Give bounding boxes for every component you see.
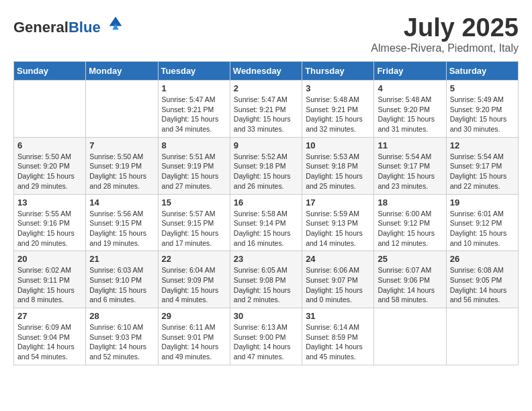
calendar-day-cell: 22Sunrise: 6:04 AMSunset: 9:09 PMDayligh… bbox=[158, 251, 230, 308]
day-info: Sunrise: 5:50 AMSunset: 9:20 PMDaylight:… bbox=[17, 152, 82, 191]
day-info: Sunrise: 5:59 AMSunset: 9:13 PMDaylight:… bbox=[306, 209, 370, 248]
day-number: 27 bbox=[17, 311, 82, 321]
location-title: Almese-Rivera, Piedmont, Italy bbox=[371, 42, 519, 54]
day-number: 29 bbox=[162, 311, 226, 321]
day-number: 12 bbox=[450, 140, 515, 150]
calendar-day-cell: 17Sunrise: 5:59 AMSunset: 9:13 PMDayligh… bbox=[302, 194, 374, 251]
day-info: Sunrise: 6:01 AMSunset: 9:12 PMDaylight:… bbox=[450, 209, 515, 248]
weekday-header: Friday bbox=[374, 62, 446, 81]
day-number: 2 bbox=[234, 83, 298, 93]
day-number: 13 bbox=[17, 197, 82, 208]
calendar-day-cell: 24Sunrise: 6:06 AMSunset: 9:07 PMDayligh… bbox=[302, 251, 374, 308]
day-number: 11 bbox=[378, 140, 442, 150]
logo-blue-text: Blue bbox=[69, 19, 101, 36]
calendar-day-cell: 25Sunrise: 6:07 AMSunset: 9:06 PMDayligh… bbox=[374, 251, 446, 308]
day-info: Sunrise: 5:54 AMSunset: 9:17 PMDaylight:… bbox=[378, 152, 442, 191]
calendar-day-cell: 4Sunrise: 5:48 AMSunset: 9:20 PMDaylight… bbox=[374, 81, 446, 138]
day-number: 9 bbox=[234, 140, 298, 150]
calendar-day-cell: 13Sunrise: 5:55 AMSunset: 9:16 PMDayligh… bbox=[14, 194, 86, 251]
calendar-week-row: 20Sunrise: 6:02 AMSunset: 9:11 PMDayligh… bbox=[14, 251, 519, 308]
day-info: Sunrise: 6:10 AMSunset: 9:03 PMDaylight:… bbox=[89, 322, 154, 362]
day-number: 31 bbox=[306, 311, 370, 321]
day-number: 25 bbox=[378, 254, 442, 264]
calendar-table: SundayMondayTuesdayWednesdayThursdayFrid… bbox=[13, 61, 519, 365]
logo-general-text: General bbox=[13, 19, 69, 36]
calendar-day-cell: 27Sunrise: 6:09 AMSunset: 9:04 PMDayligh… bbox=[14, 308, 86, 365]
title-block: July 2025 Almese-Rivera, Piedmont, Italy bbox=[371, 13, 519, 54]
day-info: Sunrise: 5:58 AMSunset: 9:14 PMDaylight:… bbox=[234, 209, 298, 248]
calendar-day-cell: 21Sunrise: 6:03 AMSunset: 9:10 PMDayligh… bbox=[86, 251, 158, 308]
calendar-week-row: 6Sunrise: 5:50 AMSunset: 9:20 PMDaylight… bbox=[14, 137, 519, 194]
calendar-day-cell bbox=[14, 81, 86, 138]
day-number: 24 bbox=[306, 254, 370, 264]
calendar-day-cell: 9Sunrise: 5:52 AMSunset: 9:18 PMDaylight… bbox=[230, 137, 302, 194]
day-info: Sunrise: 5:48 AMSunset: 9:21 PMDaylight:… bbox=[306, 95, 370, 134]
day-info: Sunrise: 5:47 AMSunset: 9:21 PMDaylight:… bbox=[162, 95, 226, 134]
day-number: 4 bbox=[378, 83, 442, 93]
day-info: Sunrise: 6:02 AMSunset: 9:11 PMDaylight:… bbox=[17, 265, 82, 305]
day-info: Sunrise: 5:53 AMSunset: 9:18 PMDaylight:… bbox=[306, 152, 370, 191]
day-info: Sunrise: 6:04 AMSunset: 9:09 PMDaylight:… bbox=[162, 265, 226, 305]
calendar-day-cell: 12Sunrise: 5:54 AMSunset: 9:17 PMDayligh… bbox=[446, 137, 518, 194]
calendar-week-row: 1Sunrise: 5:47 AMSunset: 9:21 PMDaylight… bbox=[14, 81, 519, 138]
day-number: 26 bbox=[450, 254, 515, 264]
calendar-day-cell bbox=[374, 308, 446, 365]
day-info: Sunrise: 6:00 AMSunset: 9:12 PMDaylight:… bbox=[378, 209, 442, 248]
day-number: 8 bbox=[162, 140, 226, 150]
weekday-header: Saturday bbox=[446, 62, 518, 81]
calendar-day-cell bbox=[446, 308, 518, 365]
day-info: Sunrise: 6:09 AMSunset: 9:04 PMDaylight:… bbox=[17, 322, 82, 362]
day-info: Sunrise: 6:05 AMSunset: 9:08 PMDaylight:… bbox=[234, 265, 298, 305]
day-number: 23 bbox=[234, 254, 298, 264]
day-number: 20 bbox=[17, 254, 82, 264]
day-info: Sunrise: 6:08 AMSunset: 9:05 PMDaylight:… bbox=[450, 265, 515, 305]
calendar-day-cell: 23Sunrise: 6:05 AMSunset: 9:08 PMDayligh… bbox=[230, 251, 302, 308]
day-number: 21 bbox=[89, 254, 154, 264]
calendar-day-cell: 3Sunrise: 5:48 AMSunset: 9:21 PMDaylight… bbox=[302, 81, 374, 138]
day-info: Sunrise: 5:48 AMSunset: 9:20 PMDaylight:… bbox=[378, 95, 442, 134]
calendar-day-cell: 29Sunrise: 6:11 AMSunset: 9:01 PMDayligh… bbox=[158, 308, 230, 365]
weekday-header: Monday bbox=[86, 62, 158, 81]
calendar-day-cell: 19Sunrise: 6:01 AMSunset: 9:12 PMDayligh… bbox=[446, 194, 518, 251]
day-number: 19 bbox=[450, 197, 515, 208]
day-info: Sunrise: 6:13 AMSunset: 9:00 PMDaylight:… bbox=[234, 322, 298, 362]
calendar-body: 1Sunrise: 5:47 AMSunset: 9:21 PMDaylight… bbox=[14, 81, 519, 365]
calendar-day-cell: 14Sunrise: 5:56 AMSunset: 9:15 PMDayligh… bbox=[86, 194, 158, 251]
day-info: Sunrise: 5:51 AMSunset: 9:19 PMDaylight:… bbox=[162, 152, 226, 191]
day-info: Sunrise: 5:47 AMSunset: 9:21 PMDaylight:… bbox=[234, 95, 298, 134]
calendar-day-cell: 1Sunrise: 5:47 AMSunset: 9:21 PMDaylight… bbox=[158, 81, 230, 138]
weekday-header: Wednesday bbox=[230, 62, 302, 81]
calendar-day-cell: 7Sunrise: 5:50 AMSunset: 9:19 PMDaylight… bbox=[86, 137, 158, 194]
day-number: 17 bbox=[306, 197, 370, 208]
day-number: 16 bbox=[234, 197, 298, 208]
weekday-header: Thursday bbox=[302, 62, 374, 81]
day-info: Sunrise: 5:49 AMSunset: 9:20 PMDaylight:… bbox=[450, 95, 515, 134]
day-info: Sunrise: 5:52 AMSunset: 9:18 PMDaylight:… bbox=[234, 152, 298, 191]
day-info: Sunrise: 5:57 AMSunset: 9:15 PMDaylight:… bbox=[162, 209, 226, 248]
calendar-day-cell: 2Sunrise: 5:47 AMSunset: 9:21 PMDaylight… bbox=[230, 81, 302, 138]
page-header: GeneralBlue July 2025 Almese-Rivera, Pie… bbox=[13, 13, 519, 54]
month-title: July 2025 bbox=[371, 13, 519, 42]
day-number: 1 bbox=[162, 83, 226, 93]
day-info: Sunrise: 5:54 AMSunset: 9:17 PMDaylight:… bbox=[450, 152, 515, 191]
day-info: Sunrise: 6:11 AMSunset: 9:01 PMDaylight:… bbox=[162, 322, 226, 362]
calendar-day-cell: 6Sunrise: 5:50 AMSunset: 9:20 PMDaylight… bbox=[14, 137, 86, 194]
calendar-day-cell: 20Sunrise: 6:02 AMSunset: 9:11 PMDayligh… bbox=[14, 251, 86, 308]
day-number: 22 bbox=[162, 254, 226, 264]
calendar-day-cell: 11Sunrise: 5:54 AMSunset: 9:17 PMDayligh… bbox=[374, 137, 446, 194]
day-info: Sunrise: 6:06 AMSunset: 9:07 PMDaylight:… bbox=[306, 265, 370, 305]
day-number: 14 bbox=[89, 197, 154, 208]
calendar-week-row: 13Sunrise: 5:55 AMSunset: 9:16 PMDayligh… bbox=[14, 194, 519, 251]
logo-icon bbox=[106, 13, 125, 32]
day-number: 3 bbox=[306, 83, 370, 93]
weekday-header: Sunday bbox=[14, 62, 86, 81]
calendar-day-cell: 28Sunrise: 6:10 AMSunset: 9:03 PMDayligh… bbox=[86, 308, 158, 365]
calendar-day-cell: 30Sunrise: 6:13 AMSunset: 9:00 PMDayligh… bbox=[230, 308, 302, 365]
day-info: Sunrise: 6:14 AMSunset: 8:59 PMDaylight:… bbox=[306, 322, 370, 362]
calendar-week-row: 27Sunrise: 6:09 AMSunset: 9:04 PMDayligh… bbox=[14, 308, 519, 365]
day-number: 30 bbox=[234, 311, 298, 321]
logo: GeneralBlue bbox=[13, 13, 125, 36]
day-info: Sunrise: 5:56 AMSunset: 9:15 PMDaylight:… bbox=[89, 209, 154, 248]
day-info: Sunrise: 6:03 AMSunset: 9:10 PMDaylight:… bbox=[89, 265, 154, 305]
calendar-day-cell: 18Sunrise: 6:00 AMSunset: 9:12 PMDayligh… bbox=[374, 194, 446, 251]
